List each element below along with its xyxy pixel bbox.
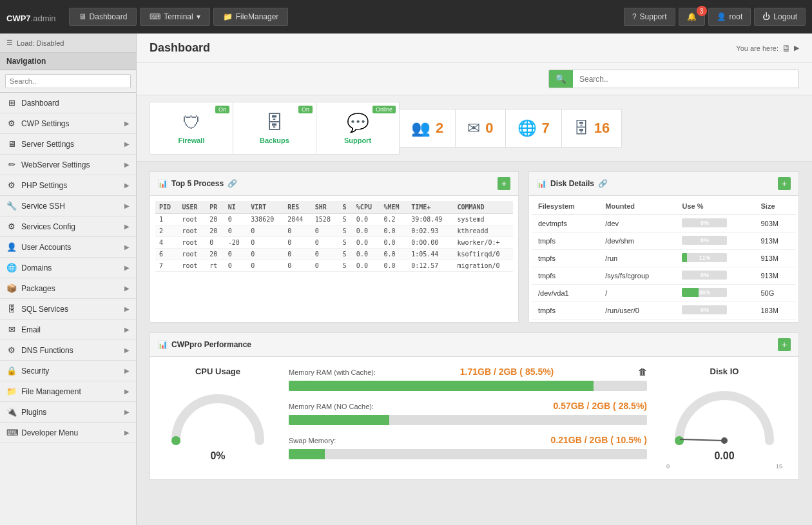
sidebar-item-email[interactable]: ✉Email ▶ [0, 320, 136, 340]
sidebar-item-services-config[interactable]: ⚙Services Config ▶ [0, 216, 136, 237]
firewall-card[interactable]: On 🛡 Firewall [150, 102, 233, 155]
globe-count-card[interactable]: 🌐 7 [505, 109, 562, 148]
support-button[interactable]: ? Support [624, 8, 675, 26]
user-accounts-icon: 👤 [6, 242, 17, 252]
swap-memory: Swap Memory: 0.21GB / 2GB ( 10.5% ) [289, 435, 647, 459]
sidebar-item-php-settings[interactable]: ⚙PHP Settings ▶ [0, 175, 136, 196]
brand: CWP7.admin [6, 10, 56, 24]
performance-title: CWPpro Performance [171, 340, 251, 349]
table-row: 1root20033862028441528S0.00.239:08.49sys… [155, 214, 513, 225]
file-management-icon: 📁 [6, 387, 17, 396]
sidebar-item-domains[interactable]: 🌐Domains ▶ [0, 258, 136, 278]
disk-details-header: 📊 Disk Details 🔗 + [529, 172, 798, 196]
database-count: 16 [594, 120, 610, 137]
security-arrow: ▶ [124, 367, 130, 374]
top-processes-add[interactable]: + [498, 177, 510, 190]
email-arrow: ▶ [124, 326, 130, 333]
sidebar-item-user-accounts[interactable]: 👤User Accounts ▶ [0, 237, 136, 258]
search-input[interactable] [573, 72, 798, 87]
developer-menu-arrow: ▶ [124, 429, 130, 436]
service-ssh-arrow: ▶ [124, 202, 130, 209]
topbar-right: ? Support 🔔 3 👤 root ⏻ Logout [624, 8, 806, 26]
dashboard-button[interactable]: 🖥 Dashboard [69, 8, 137, 26]
sidebar-item-server-settings[interactable]: 🖥Server Settings ▶ [0, 134, 136, 155]
notifications-button[interactable]: 🔔 3 [679, 8, 705, 26]
sidebar-item-file-management[interactable]: 📁File Management ▶ [0, 381, 136, 402]
mail-icon: ✉ [467, 119, 480, 137]
performance-content: CPU Usage 0% Memory RAM (with Cache): 1.… [150, 357, 798, 479]
sidebar-item-service-ssh[interactable]: 🔧Service SSH ▶ [0, 196, 136, 216]
table-row: 6root200000S0.00.01:05.44ksoftirqd/0 [155, 249, 513, 260]
diskio-label: Disk IO [710, 367, 739, 376]
swap-bar-fill [289, 449, 325, 459]
sidebar-item-packages[interactable]: 📦Packages ▶ [0, 278, 136, 299]
link-icon: 🔗 [227, 179, 237, 188]
mem-cache-bar [289, 381, 647, 391]
sidebar-item-plugins[interactable]: 🔌Plugins ▶ [0, 402, 136, 423]
cpu-gauge: CPU Usage 0% [160, 367, 276, 462]
dns-icon: ⚙ [6, 345, 17, 355]
services-config-arrow: ▶ [124, 223, 130, 230]
mail-count-card[interactable]: ✉ 0 [455, 109, 505, 148]
main-content: Dashboard You are here: 🖥 ▶ 🔍 On 🛡 Firew… [137, 33, 812, 525]
diskio-gauge-svg [666, 383, 782, 447]
mem-nocache-label: Memory RAM (NO Cache): [289, 403, 374, 410]
firewall-badge: On [215, 106, 229, 113]
users-count-card[interactable]: 👥 2 [399, 109, 456, 148]
file-management-arrow: ▶ [124, 388, 130, 395]
search-bar: 🔍 [548, 70, 799, 88]
webserver-settings-arrow: ▶ [124, 161, 130, 168]
disk-details-content: Filesystem Mounted Use % Size devtmpfs/d… [529, 196, 798, 322]
support-badge: Online [372, 106, 396, 113]
use-bar: 0% [682, 271, 727, 280]
mail-count: 0 [485, 120, 493, 137]
use-bar: 0% [682, 218, 727, 227]
domains-icon: 🌐 [6, 263, 17, 272]
sidebar-item-security[interactable]: 🔒Security ▶ [0, 361, 136, 381]
disk-col-size: Size [755, 198, 797, 215]
col-pr: PR [206, 201, 224, 214]
support-card[interactable]: Online 💬 Support [316, 102, 400, 155]
sidebar-search-input[interactable] [5, 74, 131, 88]
database-count-card[interactable]: 🗄 16 [561, 109, 622, 148]
sidebar: ☰ Load: Disabled Navigation ⊞Dashboard ⚙… [0, 33, 137, 525]
backups-card[interactable]: On 🗄 Backups [233, 102, 316, 155]
col-time: TIME+ [407, 201, 453, 214]
disk-details-add[interactable]: + [778, 177, 791, 190]
support-icon: 💬 [347, 112, 369, 133]
backups-badge: On [298, 106, 313, 113]
sidebar-item-developer-menu[interactable]: ⌨Developer Menu ▶ [0, 423, 136, 443]
filemanager-button[interactable]: 📁 FileManager [213, 8, 289, 26]
disk-table: Filesystem Mounted Use % Size devtmpfs/d… [532, 198, 796, 320]
sidebar-item-dns-functions[interactable]: ⚙DNS Functions ▶ [0, 340, 136, 361]
trash-icon[interactable]: 🗑 [638, 367, 647, 377]
sidebar-item-webserver-settings[interactable]: ✏WebServer Settings ▶ [0, 155, 136, 175]
sidebar-search-container [0, 70, 136, 93]
top-processes-content: PID USER PR NI VIRT RES SHR S %CPU %MEM [150, 196, 518, 277]
notification-badge: 3 [697, 6, 707, 16]
root-button[interactable]: 👤 root [708, 8, 751, 26]
diskio-value: 0.00 [714, 450, 734, 462]
disk-col-mounted: Mounted [599, 198, 675, 215]
memory-section: Memory RAM (with Cache): 1.71GB / 2GB ( … [289, 367, 647, 469]
mem-nocache-value: 0.57GB / 2GB ( 28.5%) [553, 401, 647, 411]
top-processes-header: 📊 Top 5 Process 🔗 + [150, 172, 518, 196]
sidebar-item-sql-services[interactable]: 🗄SQL Services ▶ [0, 299, 136, 320]
sidebar-item-dashboard[interactable]: ⊞Dashboard [0, 93, 136, 113]
terminal-button[interactable]: ⌨ Terminal ▾ [140, 8, 209, 26]
support-label: Support [344, 137, 371, 144]
packages-arrow: ▶ [124, 285, 130, 292]
users-icon: 👥 [411, 119, 430, 137]
memory-no-cache: Memory RAM (NO Cache): 0.57GB / 2GB ( 28… [289, 401, 647, 425]
sidebar-item-cwp-settings[interactable]: ⚙CWP Settings ▶ [0, 113, 136, 134]
security-icon: 🔒 [6, 366, 17, 376]
col-mem: %MEM [380, 201, 408, 214]
performance-header: 📊 CWPpro Performance + [150, 333, 798, 357]
performance-add[interactable]: + [778, 338, 791, 351]
sidebar-load: ☰ Load: Disabled [0, 33, 136, 53]
database-icon: 🗄 [574, 119, 589, 137]
col-command: COMMAND [453, 201, 513, 214]
search-button[interactable]: 🔍 [549, 70, 573, 88]
logout-button[interactable]: ⏻ Logout [754, 8, 806, 26]
globe-icon: 🌐 [517, 119, 537, 137]
